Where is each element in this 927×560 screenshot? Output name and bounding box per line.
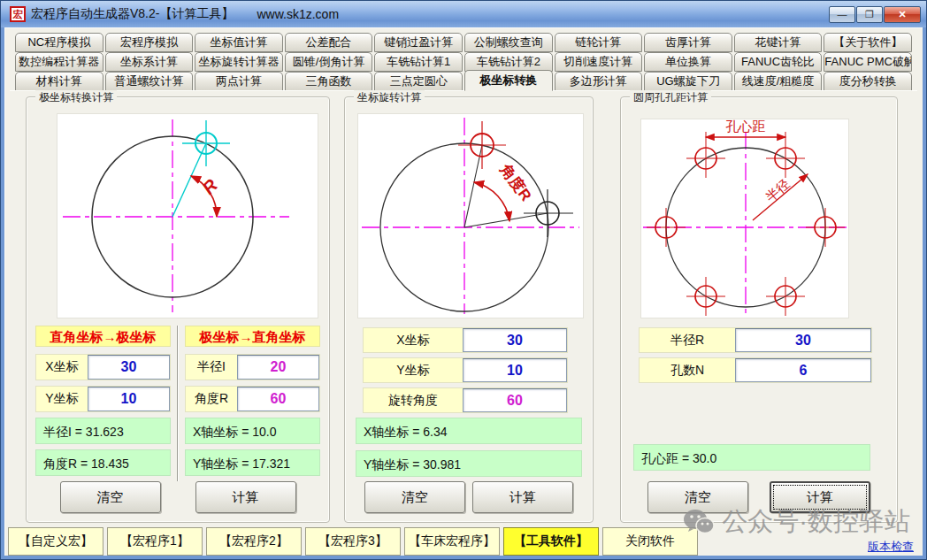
rotation-angle-input[interactable]: [463, 388, 567, 412]
rotate-panel: 坐标旋转计算: [344, 96, 594, 523]
tab[interactable]: 普通螺纹计算: [105, 72, 194, 91]
y-input-label: Y坐标: [36, 387, 88, 411]
bottom-nav-button[interactable]: 【工具软件】: [503, 527, 599, 556]
r-label: R: [198, 175, 221, 198]
x-field-row: X坐标: [35, 354, 171, 380]
tab[interactable]: 车铣钻计算1: [374, 52, 463, 72]
radius-field-row: 半径R: [639, 327, 872, 353]
rotation-diagram-svg: 角度R: [358, 114, 583, 318]
rotate-inputs: X坐标 Y坐标 旋转角度: [363, 327, 568, 418]
tab[interactable]: 公制螺纹查询: [464, 33, 553, 52]
tab[interactable]: 单位换算: [644, 52, 732, 72]
angle-input-label: 角度R: [186, 387, 237, 411]
radius-result: 半径I = 31.623: [35, 418, 171, 444]
radius-input[interactable]: [735, 328, 871, 352]
window-title-url: www.sk1z.com: [257, 7, 339, 21]
holes-panel: 圆周孔孔距计算: [620, 96, 898, 523]
tab[interactable]: FANUC齿轮比: [734, 52, 823, 72]
close-button[interactable]: ✕: [884, 6, 921, 23]
polar-diagram: R: [57, 113, 318, 318]
holes-clear-button[interactable]: 清空: [647, 481, 748, 513]
rotate-results: X轴坐标 = 6.34 Y轴坐标 = 30.981: [356, 418, 582, 483]
radius-input[interactable]: [237, 355, 319, 380]
tab[interactable]: 多边形计算: [555, 72, 643, 91]
tab[interactable]: 线速度/粗糙度: [734, 72, 823, 91]
tab[interactable]: 度分秒转换: [824, 72, 912, 91]
version-check-link[interactable]: 版本检查: [868, 539, 914, 555]
window-controls: — ❐ ✕: [828, 6, 921, 23]
tab[interactable]: 三点定圆心: [374, 72, 463, 91]
holes-inputs: 半径R 孔数N: [639, 327, 872, 387]
radius-input-label: 半径R: [640, 328, 735, 352]
polar-columns: 直角坐标→极坐标 X坐标 Y坐标 半径I = 31.623 角度R = 18.4…: [34, 326, 322, 481]
bottom-nav-button[interactable]: 【自定义宏】: [8, 527, 103, 556]
tab[interactable]: 三角函数: [285, 72, 373, 91]
polar-calc-button[interactable]: 计算: [195, 481, 296, 513]
holes-buttons: 清空 计算: [637, 481, 881, 513]
polar-clear-button[interactable]: 清空: [60, 481, 161, 513]
bottom-nav-button[interactable]: 【宏程序2】: [206, 527, 302, 556]
hole-count-field-row: 孔数N: [639, 357, 872, 383]
holes-diagram-svg: 孔心距 半径: [641, 119, 848, 318]
polar-buttons: 清空 计算: [42, 481, 313, 513]
rotation-angle-field-row: 旋转角度: [363, 387, 568, 413]
column-divider: [177, 326, 179, 481]
tab[interactable]: 圆锥/倒角计算: [285, 52, 373, 72]
client-area: NC程序模拟宏程序模拟坐标值计算公差配合键销过盈计算公制螺纹查询链轮计算齿厚计算…: [4, 27, 923, 556]
window-title: 宏程序自动生成器V8.2-【计算工具】: [31, 6, 234, 22]
y-axis-result: Y轴坐标 = 30.981: [356, 450, 582, 477]
tab[interactable]: UG螺旋下刀: [644, 72, 732, 91]
tab[interactable]: 车铣钻计算2: [464, 52, 553, 72]
tab[interactable]: 坐标系计算: [105, 52, 194, 72]
tab[interactable]: 花键计算: [734, 33, 823, 52]
angle-label: 角度R: [496, 160, 535, 204]
tab[interactable]: NC程序模拟: [15, 33, 103, 52]
rect-to-polar-column: 直角坐标→极坐标 X坐标 Y坐标 半径I = 31.623 角度R = 18.4…: [34, 326, 172, 481]
tab[interactable]: FANUC PMC破解: [824, 52, 912, 72]
tab[interactable]: 宏程序模拟: [105, 33, 194, 52]
bottom-nav-button[interactable]: 关闭软件: [602, 527, 698, 556]
tab[interactable]: 坐标值计算: [195, 33, 283, 52]
tab[interactable]: 【关于软件】: [824, 33, 912, 52]
holes-calc-button[interactable]: 计算: [770, 481, 870, 513]
minimize-button[interactable]: —: [829, 6, 855, 23]
radius-input-label: 半径I: [186, 355, 237, 380]
rotate-clear-button[interactable]: 清空: [364, 481, 465, 513]
maximize-button[interactable]: ❐: [856, 6, 883, 23]
tab[interactable]: 齿厚计算: [644, 33, 732, 52]
angle-input[interactable]: [237, 387, 319, 411]
angle-result: 角度R = 18.435: [35, 449, 171, 476]
tab[interactable]: 数控编程计算器: [15, 52, 103, 72]
x-input[interactable]: [463, 328, 567, 352]
tab[interactable]: 坐标旋转计算器: [195, 52, 283, 72]
y-input[interactable]: [463, 358, 567, 382]
x-input-label: X坐标: [364, 328, 463, 352]
pitch-result: 孔心距 = 30.0: [633, 444, 870, 471]
titlebar: 宏 宏程序自动生成器V8.2-【计算工具】 www.sk1z.com — ❐ ✕: [1, 1, 926, 27]
tab[interactable]: 两点计算: [195, 72, 283, 91]
radius-field-row: 半径I: [185, 354, 320, 380]
tab[interactable]: 键销过盈计算: [374, 33, 463, 52]
app-icon: 宏: [10, 6, 26, 22]
tab[interactable]: 极坐标转换: [464, 70, 553, 91]
y-input-label: Y坐标: [364, 358, 463, 382]
bottom-nav-button[interactable]: 【车床宏程序】: [404, 527, 500, 556]
hole-count-input-label: 孔数N: [640, 358, 735, 382]
tab[interactable]: 链轮计算: [555, 33, 643, 52]
x-input-label: X坐标: [36, 355, 88, 380]
polar-panel: 极坐标转换计算 R: [26, 96, 330, 523]
y-axis-result: Y轴坐标 = 17.321: [185, 449, 320, 476]
y-input[interactable]: [88, 387, 170, 411]
rotate-calc-button[interactable]: 计算: [472, 481, 573, 513]
tab[interactable]: 材料计算: [15, 72, 103, 91]
pitch-label: 孔心距: [726, 119, 766, 134]
tab[interactable]: 公差配合: [285, 33, 373, 52]
tab[interactable]: 切削速度计算: [555, 52, 643, 72]
y-field-row: Y坐标: [35, 386, 171, 412]
hole-count-input[interactable]: [735, 358, 871, 382]
x-input[interactable]: [88, 355, 170, 380]
tab-row-2: 数控编程计算器坐标系计算坐标旋转计算器圆锥/倒角计算车铣钻计算1车铣钻计算2切削…: [15, 52, 912, 72]
bottom-nav-button[interactable]: 【宏程序1】: [107, 527, 203, 556]
bottom-nav-button[interactable]: 【宏程序3】: [305, 527, 401, 556]
tab-row-1: NC程序模拟宏程序模拟坐标值计算公差配合键销过盈计算公制螺纹查询链轮计算齿厚计算…: [15, 33, 912, 52]
